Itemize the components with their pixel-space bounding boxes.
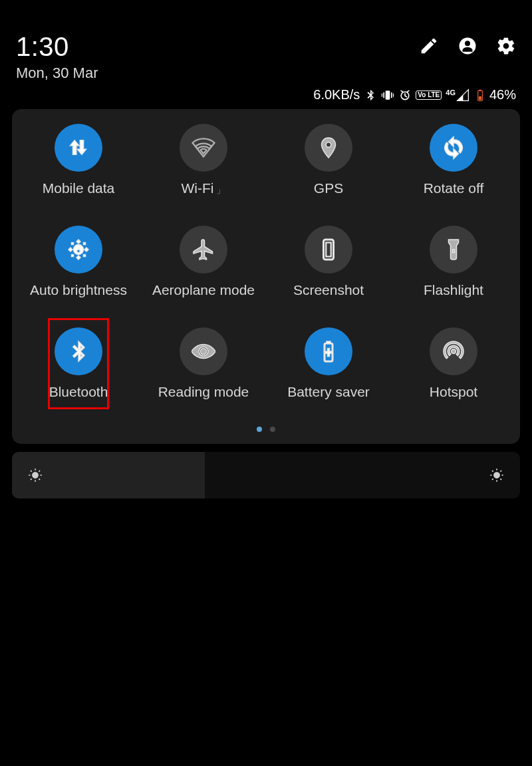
eye-icon bbox=[180, 327, 227, 375]
tile-label: Battery saver bbox=[287, 384, 370, 400]
hotspot-icon bbox=[430, 327, 477, 375]
tile-label: Auto brightness bbox=[30, 282, 127, 298]
mobile-data-icon bbox=[55, 124, 102, 172]
edit-icon[interactable] bbox=[419, 36, 439, 56]
user-icon[interactable] bbox=[458, 36, 477, 56]
tile-airplane[interactable]: Aeroplane mode bbox=[141, 226, 266, 298]
battery-percent: 46% bbox=[489, 87, 516, 102]
tile-label: Wi-Fi」 bbox=[182, 180, 226, 196]
tile-battery[interactable]: Battery saver bbox=[266, 327, 391, 400]
brightness-icon bbox=[55, 226, 102, 274]
brightness-low-icon bbox=[27, 467, 44, 484]
quick-settings-panel: Mobile dataWi-Fi」GPSRotate offAuto brigh… bbox=[12, 109, 520, 444]
highlight-box bbox=[48, 318, 109, 409]
tile-wifi[interactable]: Wi-Fi」 bbox=[141, 124, 266, 196]
alarm-icon bbox=[398, 89, 412, 102]
rotate-icon bbox=[430, 124, 477, 172]
tile-label: Rotate off bbox=[424, 180, 484, 196]
settings-icon[interactable] bbox=[496, 36, 516, 56]
pager-dot[interactable] bbox=[270, 427, 275, 432]
tile-label: Flashlight bbox=[424, 282, 483, 298]
volte-badge: Vo LTE bbox=[416, 91, 442, 100]
brightness-slider[interactable] bbox=[12, 452, 520, 498]
tile-label: Mobile data bbox=[43, 180, 115, 196]
tile-label: Aeroplane mode bbox=[152, 282, 255, 298]
tile-label: Hotspot bbox=[430, 384, 477, 400]
tile-label: Screenshot bbox=[293, 282, 364, 298]
vibrate-icon bbox=[381, 89, 394, 102]
tile-mobile-data[interactable]: Mobile data bbox=[16, 124, 141, 196]
clock-date: Mon, 30 Mar bbox=[16, 65, 98, 82]
clock-time: 1:30 bbox=[16, 32, 98, 62]
network-speed: 6.0KB/s bbox=[313, 87, 360, 102]
bluetooth-status-icon bbox=[364, 89, 377, 102]
tile-label: GPS bbox=[314, 180, 343, 196]
screenshot-icon bbox=[305, 226, 352, 274]
wifi-icon bbox=[180, 124, 227, 172]
tile-hotspot[interactable]: Hotspot bbox=[391, 327, 516, 400]
brightness-high-icon bbox=[488, 467, 505, 484]
battery-icon bbox=[305, 327, 352, 375]
gps-icon bbox=[305, 124, 352, 172]
tile-flashlight[interactable]: Flashlight bbox=[391, 226, 516, 298]
tile-rotate[interactable]: Rotate off bbox=[391, 124, 516, 196]
tile-label: Reading mode bbox=[158, 384, 249, 400]
signal-icon: 4G bbox=[446, 89, 469, 102]
status-indicators: 6.0KB/s Vo LTE 4G 46% bbox=[0, 87, 532, 109]
tile-eye[interactable]: Reading mode bbox=[141, 327, 266, 400]
tile-gps[interactable]: GPS bbox=[266, 124, 391, 196]
tile-screenshot[interactable]: Screenshot bbox=[266, 226, 391, 298]
pager-dot[interactable] bbox=[257, 427, 262, 432]
tile-brightness[interactable]: Auto brightness bbox=[16, 226, 141, 298]
tile-bluetooth[interactable]: Bluetooth bbox=[16, 327, 141, 400]
page-indicator bbox=[16, 427, 516, 432]
battery-status-icon bbox=[473, 89, 487, 102]
flashlight-icon bbox=[430, 226, 477, 274]
airplane-icon bbox=[180, 226, 227, 274]
